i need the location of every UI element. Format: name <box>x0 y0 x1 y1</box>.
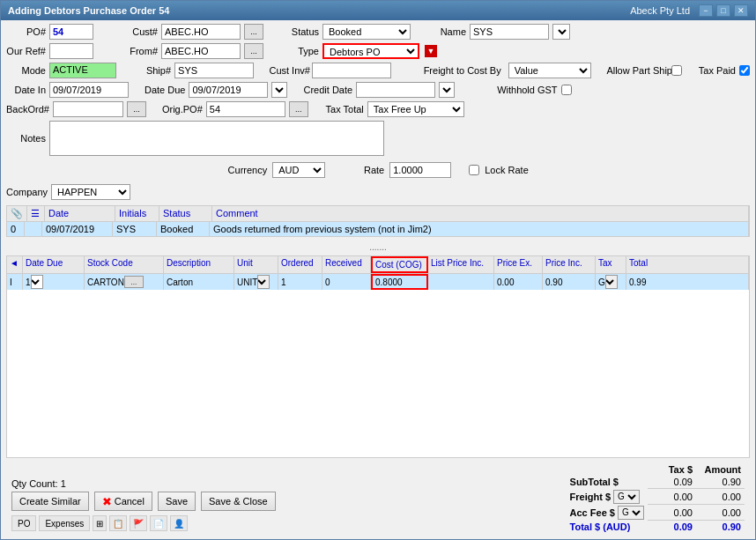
subtotal-label: SubTotal $ <box>567 476 648 489</box>
currency-select[interactable]: AUD <box>272 162 325 178</box>
minimize-button[interactable]: − <box>699 4 713 17</box>
from-input[interactable] <box>161 43 241 59</box>
grid-icon-button[interactable]: ⊞ <box>93 515 107 531</box>
withhold-gst-label: Withhold GST <box>497 85 557 95</box>
type-select[interactable]: Debtors PO <box>322 43 419 59</box>
items-cell-received: 0 <box>322 274 371 290</box>
acc-fee-tax-code-select[interactable]: G <box>618 506 644 520</box>
save-close-button[interactable]: Save & Close <box>201 492 276 511</box>
expenses-tab-button[interactable]: Expenses <box>39 515 90 531</box>
divider-dots: ....... <box>6 242 750 252</box>
log-table-header: 📎 ☰ Date Initials Status Comment <box>7 206 749 222</box>
cust-ellipsis-button[interactable]: ... <box>244 24 263 40</box>
maximize-button[interactable]: □ <box>716 4 730 17</box>
stock-ellipsis-button[interactable]: ... <box>124 276 144 288</box>
form-row-5: BackOrd# ... Orig.PO# ... Tax Total Tax … <box>6 101 750 117</box>
log-cell-num: 0 <box>7 222 25 236</box>
items-header-indicator: ◄ <box>7 256 23 273</box>
freight-tax: 0.00 <box>648 489 696 505</box>
freight-select[interactable]: Value <box>508 63 591 78</box>
status-select[interactable]: Booked <box>322 24 411 40</box>
cust-input[interactable] <box>161 24 241 40</box>
user-icon-button[interactable]: 👤 <box>170 515 188 531</box>
backord-ellipsis-button[interactable]: ... <box>127 101 146 117</box>
log-cell-date: 09/07/2019 <box>42 222 113 236</box>
lock-rate-checkbox[interactable] <box>469 165 479 175</box>
flag-icon-button[interactable]: 🚩 <box>130 515 147 531</box>
items-header-list-price: List Price Inc. <box>428 256 494 273</box>
copy-icon-button[interactable]: 📋 <box>109 515 127 531</box>
date-due-input[interactable] <box>189 82 268 98</box>
summary-section: Tax $ Amount SubTotal $ 0.09 0.90 Freigh… <box>567 463 745 533</box>
date-due-label: Date Due <box>145 85 185 95</box>
tax-total-select[interactable]: Tax Free Up <box>367 101 464 117</box>
freight-tax-code-select[interactable]: G <box>613 490 640 504</box>
currency-label: Currency <box>227 165 267 175</box>
po-label: PO# <box>6 26 46 37</box>
summary-acc-fee-row: Acc Fee $ G 0.00 0.00 <box>567 505 745 521</box>
action-buttons-row: Create Similar ✖ Cancel Save Save & Clos… <box>11 492 276 511</box>
withhold-gst-checkbox[interactable] <box>561 85 572 95</box>
log-header-comment: Comment <box>212 206 749 221</box>
rate-input[interactable] <box>389 162 451 178</box>
unit-select[interactable] <box>257 275 270 289</box>
orig-po-ellipsis-button[interactable]: ... <box>289 101 308 117</box>
log-header-icon: ☰ <box>27 206 45 221</box>
orig-po-input[interactable] <box>206 101 285 117</box>
date-in-input[interactable] <box>49 82 129 98</box>
items-header-date-due: Date Due <box>23 256 85 273</box>
tax-select[interactable] <box>605 275 618 289</box>
summary-subtotal-row: SubTotal $ 0.09 0.90 <box>567 476 745 489</box>
type-label: Type <box>279 46 319 56</box>
cancel-label: Cancel <box>115 496 145 507</box>
items-cell-stock-code: CARTON ... <box>85 274 164 290</box>
ship-input[interactable] <box>174 63 254 78</box>
items-cell-list-price <box>428 274 494 290</box>
name-input[interactable] <box>470 24 549 40</box>
our-ref-input[interactable] <box>49 43 93 59</box>
date-due-select[interactable] <box>271 82 287 98</box>
date-in-label: Date In <box>6 85 46 95</box>
status-label: Status <box>279 26 319 37</box>
currency-row: Currency AUD Rate Lock Rate <box>6 162 750 178</box>
mode-value: ACTIVE <box>49 63 116 78</box>
items-table-row: I 1 CARTON ... Carton UNIT 1 0 0.8000 0.… <box>7 274 749 290</box>
summary-amount-header: Amount <box>696 463 745 476</box>
allow-part-ship-checkbox[interactable] <box>671 65 682 76</box>
notes-textarea[interactable] <box>49 121 384 156</box>
freight-amount: 0.00 <box>696 489 745 505</box>
tax-paid-checkbox[interactable] <box>739 65 750 76</box>
po-tab-button[interactable]: PO <box>11 515 36 531</box>
freight-label: Freight to Cost By <box>424 65 501 76</box>
save-button[interactable]: Save <box>158 492 196 511</box>
log-cell-initials: SYS <box>113 222 157 236</box>
credit-date-select[interactable] <box>439 82 455 98</box>
notes-label: Notes <box>6 133 46 144</box>
summary-freight-row: Freight $ G 0.00 0.00 <box>567 489 745 505</box>
summary-header-row: Tax $ Amount <box>567 463 745 476</box>
credit-date-input[interactable] <box>356 82 435 98</box>
name-select[interactable] <box>552 24 570 40</box>
items-header-description: Description <box>164 256 234 273</box>
items-header-tax: Tax <box>596 256 626 273</box>
our-ref-label: Our Ref# <box>6 46 46 56</box>
summary-empty <box>567 463 648 476</box>
create-similar-button[interactable]: Create Similar <box>11 492 89 511</box>
from-ellipsis-button[interactable]: ... <box>244 43 263 59</box>
list-icon-button[interactable]: 📄 <box>150 515 167 531</box>
form-row-3: Mode ACTIVE Ship# Cust Inv# Freight to C… <box>6 63 750 78</box>
company-label: Company <box>6 187 48 197</box>
company-select[interactable]: HAPPEN <box>51 184 130 200</box>
summary-tax-header: Tax $ <box>648 463 696 476</box>
allow-part-ship-label: Allow Part Ship <box>606 65 668 76</box>
qty-count: Qty Count: 1 <box>11 478 276 489</box>
backord-input[interactable] <box>53 101 123 117</box>
title-bar: Adding Debtors Purchase Order 54 Abeck P… <box>1 1 755 20</box>
items-row-select[interactable] <box>31 275 43 289</box>
po-input[interactable] <box>49 24 93 40</box>
cust-inv-input[interactable] <box>312 63 391 78</box>
bottom-section: Qty Count: 1 Create Similar ✖ Cancel Sav… <box>6 460 750 536</box>
close-button[interactable]: ✕ <box>734 4 748 17</box>
cancel-button[interactable]: ✖ Cancel <box>94 492 152 511</box>
bottom-tabs-row: PO Expenses ⊞ 📋 🚩 📄 👤 <box>11 515 276 531</box>
